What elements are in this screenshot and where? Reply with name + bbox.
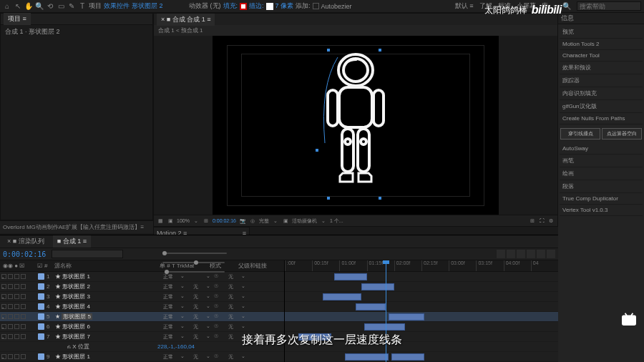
layer-row[interactable]: 3★ 形状图层 3正常⌄无⌄☉无⌄ bbox=[0, 292, 284, 302]
tl-tool-icon[interactable] bbox=[497, 250, 505, 258]
text-icon[interactable]: T bbox=[78, 2, 87, 11]
right-btn-2[interactable]: 点运算器空白 bbox=[602, 128, 642, 140]
breadcrumb[interactable]: 合成 1 < 预合成 1 bbox=[154, 25, 557, 36]
watermark: 太阳鸽鸽棒 bilibili bbox=[484, 4, 562, 16]
cam-icon[interactable]: ▣ bbox=[282, 217, 289, 225]
pen-icon[interactable]: ✎ bbox=[67, 2, 76, 11]
track-row[interactable] bbox=[285, 322, 558, 332]
arrow-icon[interactable]: ↖ bbox=[14, 2, 22, 11]
clip-bar[interactable] bbox=[356, 303, 386, 310]
svg-rect-2 bbox=[339, 87, 372, 127]
project-row[interactable]: 合成 1 · 形状图层 2 bbox=[2, 26, 151, 37]
comp-tab[interactable]: × ■ 合成 合成 1 ≡ bbox=[157, 14, 215, 26]
stroke-swatch[interactable] bbox=[266, 3, 273, 10]
layer-row[interactable]: 4★ 形状图层 4正常⌄无⌄☉无⌄ bbox=[0, 302, 284, 312]
rect-icon[interactable]: ▭ bbox=[57, 2, 65, 11]
sidebar-item[interactable]: Character Tool bbox=[560, 50, 643, 62]
sidebar-item[interactable]: True Comp Duplicator bbox=[560, 193, 643, 205]
svg-rect-3 bbox=[328, 90, 338, 126]
snapshot-icon[interactable]: 📷 bbox=[239, 217, 246, 225]
svg-rect-6 bbox=[358, 129, 369, 172]
hand-icon[interactable]: ✋ bbox=[24, 2, 33, 11]
svg-rect-9 bbox=[624, 317, 635, 323]
track-row[interactable] bbox=[285, 352, 558, 362]
overlord-footer: Overlord MG动画制作AE扩展【输入任意注册码激活】≡ bbox=[0, 220, 153, 233]
svg-point-8 bbox=[361, 139, 366, 145]
sidebar-item[interactable]: Vertex Tool v1.0.3 bbox=[560, 205, 643, 216]
track-row[interactable] bbox=[285, 312, 558, 322]
right-sidebar: 信息 预览Motion Tools 2Character Tool效果和预设跟踪… bbox=[558, 13, 644, 362]
clip-bar[interactable] bbox=[391, 353, 424, 361]
layer-row[interactable]: 6★ 形状图层 6正常⌄无⌄☉无⌄ bbox=[0, 322, 284, 332]
clip-bar[interactable] bbox=[323, 293, 361, 300]
project-tab[interactable]: 项目 ≡ bbox=[4, 13, 31, 25]
sidebar-item[interactable]: 跟踪器 bbox=[560, 74, 643, 87]
zoom-icon[interactable]: 🔍 bbox=[35, 2, 44, 11]
sidebar-item[interactable]: 段落 bbox=[560, 180, 643, 193]
track-row[interactable] bbox=[285, 272, 558, 282]
rotate-icon[interactable]: ⟲ bbox=[46, 2, 54, 11]
sidebar-item[interactable]: AutoSway bbox=[560, 143, 643, 155]
clip-bar[interactable] bbox=[364, 323, 405, 331]
track-row[interactable] bbox=[285, 292, 558, 302]
label-anim: 动效器 bbox=[189, 1, 208, 11]
sidebar-item[interactable]: 效果和预设 bbox=[560, 62, 643, 74]
project-panel: 项目 ≡ 合成 1 · 形状图层 2 bbox=[0, 13, 153, 220]
layer-row[interactable]: 2★ 形状图层 2正常⌄无⌄☉无⌄ bbox=[0, 282, 284, 292]
layer-row[interactable]: 9★ 形状图层 1正常⌄无⌄☉无⌄ bbox=[0, 352, 284, 362]
canvas-area[interactable] bbox=[154, 36, 557, 215]
svg-rect-5 bbox=[342, 129, 353, 172]
timeline-columns: ◉◉ ● ☒ ☑# 源名称 单 # T TrkMat 模式 父级和链接 bbox=[0, 260, 284, 272]
search-icon[interactable]: 🔍 bbox=[562, 2, 571, 11]
sidebar-item[interactable]: Create Nulls From Paths bbox=[560, 113, 643, 124]
search-input[interactable] bbox=[577, 1, 641, 11]
clip-bar[interactable] bbox=[361, 283, 394, 290]
label-layer[interactable]: 形状图层 2 bbox=[132, 1, 163, 11]
track-row[interactable] bbox=[285, 332, 558, 342]
sidebar-item[interactable]: 画笔 bbox=[560, 155, 643, 167]
sidebar-item[interactable]: 内容识别填充 bbox=[560, 87, 643, 100]
time-ruler[interactable]: :00f00:15f01:00f01:15f02:00f02:15f03:00f… bbox=[285, 260, 558, 272]
layer-row[interactable]: 1★ 形状图层 1正常⌄⌄☉无⌄ bbox=[0, 272, 284, 282]
sidebar-item[interactable]: Motion Tools 2 bbox=[560, 39, 643, 50]
layer-row[interactable]: 7★ 形状图层 7正常⌄无⌄☉无⌄ bbox=[0, 332, 284, 342]
playhead[interactable] bbox=[386, 260, 386, 362]
fill-swatch[interactable] bbox=[240, 3, 247, 10]
svg-rect-4 bbox=[374, 90, 384, 126]
svg-point-7 bbox=[345, 139, 351, 145]
clip-bar[interactable] bbox=[389, 313, 424, 321]
alpha-icon[interactable]: ▣ bbox=[167, 217, 174, 225]
sidebar-item[interactable]: gifGun汉化版 bbox=[560, 100, 643, 113]
clip-bar[interactable] bbox=[345, 353, 389, 361]
viewer-bottom-bar: ▦ ▣ 100% ⌄ ⊞ 0:00:02:16 📷 ◎ 完整 ⌄ ▣ 活动摄像机… bbox=[154, 215, 557, 226]
layer-row[interactable]: 5★ 形状图层 5正常⌄无⌄☉无⌄ bbox=[0, 312, 284, 322]
timeline-panel: × ■ 渲染队列 ■ 合成 1 ≡ 0:00:02:16 ◉◉ ● ☒ ☑# 源 bbox=[0, 235, 558, 362]
timeline-search[interactable] bbox=[52, 250, 123, 258]
autobezier-check[interactable] bbox=[313, 3, 319, 9]
label-project: 项目 bbox=[89, 1, 102, 11]
track-row[interactable] bbox=[285, 302, 558, 312]
layer-row[interactable]: ⎌ X 位置228,-1,-160,04 bbox=[0, 342, 284, 352]
timecode[interactable]: 0:00:02:16 bbox=[3, 250, 46, 258]
label-fx[interactable]: 效果控件 bbox=[104, 1, 130, 11]
track-row[interactable] bbox=[285, 342, 558, 352]
astronaut-figure[interactable] bbox=[309, 50, 402, 200]
clip-bar[interactable] bbox=[334, 273, 367, 280]
clip-bar[interactable] bbox=[298, 333, 331, 341]
res-icon[interactable]: ⊞ bbox=[203, 217, 210, 225]
region-icon[interactable]: ◎ bbox=[249, 217, 256, 225]
right-btn-1[interactable]: 穿引线播点 bbox=[560, 128, 600, 140]
sidebar-item[interactable]: 预览 bbox=[560, 26, 643, 39]
home-icon[interactable]: ⌂ bbox=[3, 2, 11, 11]
sidebar-item[interactable]: 绘画 bbox=[560, 167, 643, 180]
bilibili-tv-icon bbox=[621, 312, 637, 326]
track-row[interactable] bbox=[285, 282, 558, 292]
viewer-panel: × ■ 合成 合成 1 ≡ 合成 1 < 预合成 1 bbox=[153, 13, 558, 227]
grid-icon[interactable]: ▦ bbox=[157, 217, 164, 225]
